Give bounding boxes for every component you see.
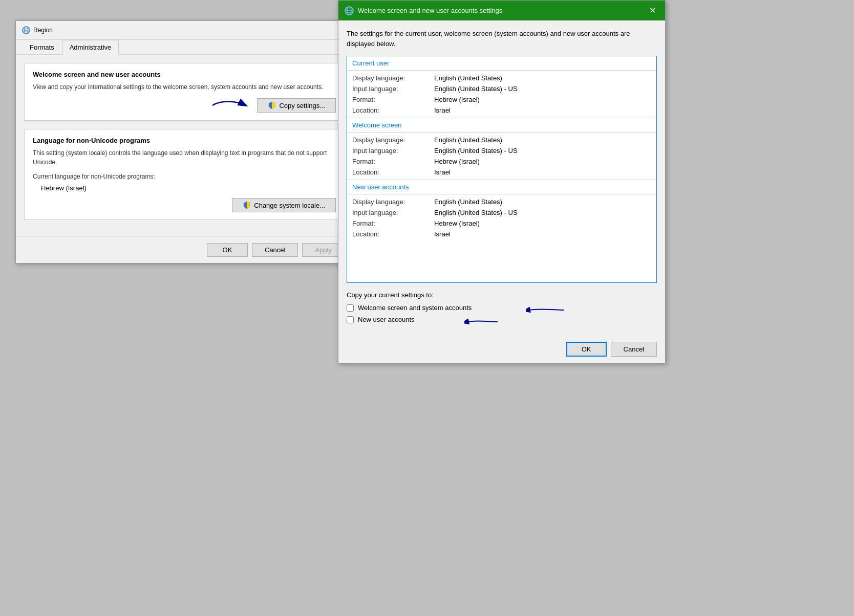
welcome-screen-arrow xyxy=(526,304,567,317)
table-row: Location: Israel xyxy=(347,167,656,178)
current-user-rows: Display language: English (United States… xyxy=(347,71,656,118)
table-row: Display language: English (United States… xyxy=(347,196,656,207)
table-row: Input language: English (United States) … xyxy=(347,83,656,94)
settings-table-box: Current user Display language: English (… xyxy=(347,56,657,283)
welcome-cancel-button[interactable]: Cancel xyxy=(611,342,657,357)
region-content: Welcome screen and new user accounts Vie… xyxy=(16,55,353,236)
welcome-globe-icon xyxy=(345,6,354,15)
arrow-annotation xyxy=(210,98,251,113)
region-dialog: Region ✕ Formats Administrative Welcome … xyxy=(15,20,353,263)
shield-icon-copy xyxy=(268,101,276,109)
copy-section-title: Copy your current settings to: xyxy=(347,291,657,299)
table-row: Location: Israel xyxy=(347,229,656,239)
table-row: Display language: English (United States… xyxy=(347,135,656,145)
new-user-checkbox[interactable] xyxy=(347,316,354,323)
nu-display-lang-label: Display language: xyxy=(352,198,434,206)
new-user-rows: Display language: English (United States… xyxy=(347,194,656,241)
ws-display-lang-value: English (United States) xyxy=(434,136,502,144)
welcome-screen-checkbox-label[interactable]: Welcome screen and system accounts xyxy=(358,304,472,312)
region-ok-button[interactable]: OK xyxy=(207,243,248,257)
nu-format-value: Hebrew (Israel) xyxy=(434,219,480,227)
ws-input-lang-label: Input language: xyxy=(352,147,434,155)
new-user-arrow xyxy=(464,316,500,328)
nu-display-lang-value: English (United States) xyxy=(434,198,502,206)
copy-settings-label: Copy settings... xyxy=(279,102,325,109)
welcome-footer: OK Cancel xyxy=(338,336,665,363)
welcome-titlebar-left: Welcome screen and new user accounts set… xyxy=(345,6,502,15)
unicode-section-desc: This setting (system locale) controls th… xyxy=(33,148,336,167)
ws-display-lang-label: Display language: xyxy=(352,136,434,144)
region-titlebar: Region ✕ xyxy=(16,21,353,40)
welcome-screen-header: Welcome screen xyxy=(347,118,656,133)
table-row: Format: Hebrew (Israel) xyxy=(347,94,656,105)
welcome-content: The settings for the current user, welco… xyxy=(338,20,665,336)
welcome-titlebar: Welcome screen and new user accounts set… xyxy=(338,1,665,20)
nu-input-lang-value: English (United States) - US xyxy=(434,209,518,216)
nu-input-lang-label: Input language: xyxy=(352,209,434,216)
nu-location-label: Location: xyxy=(352,230,434,238)
globe-icon xyxy=(22,26,30,34)
ws-input-lang-value: English (United States) - US xyxy=(434,147,518,155)
tab-administrative[interactable]: Administrative xyxy=(62,40,119,55)
welcome-section-box: Welcome screen and new user accounts Vie… xyxy=(24,63,345,121)
shield-icon-locale xyxy=(243,201,251,209)
table-row: Input language: English (United States) … xyxy=(347,207,656,218)
change-locale-row: Change system locale... xyxy=(33,198,336,212)
welcome-dialog-title: Welcome screen and new user accounts set… xyxy=(358,7,502,14)
ws-location-label: Location: xyxy=(352,168,434,176)
table-row: Location: Israel xyxy=(347,105,656,116)
copy-settings-row: Copy settings... xyxy=(33,98,336,113)
change-system-locale-button[interactable]: Change system locale... xyxy=(232,198,336,212)
table-row: Format: Hebrew (Israel) xyxy=(347,218,656,229)
unicode-section-title: Language for non-Unicode programs xyxy=(33,137,336,144)
cu-input-lang-value: English (United States) - US xyxy=(434,85,518,93)
welcome-intro-text: The settings for the current user, welco… xyxy=(347,29,657,49)
region-titlebar-left: Region xyxy=(22,26,53,34)
change-system-locale-label: Change system locale... xyxy=(254,202,325,209)
welcome-section-desc: View and copy your international setting… xyxy=(33,82,336,92)
region-footer: OK Cancel Apply xyxy=(16,236,353,263)
nu-location-value: Israel xyxy=(434,230,451,238)
region-title: Region xyxy=(33,27,53,34)
unicode-section-box: Language for non-Unicode programs This s… xyxy=(24,129,345,220)
welcome-screen-checkbox[interactable] xyxy=(347,304,354,312)
welcome-screen-rows: Display language: English (United States… xyxy=(347,133,656,180)
cu-format-value: Hebrew (Israel) xyxy=(434,96,480,103)
new-user-header: New user accounts xyxy=(347,180,656,194)
welcome-section-title: Welcome screen and new user accounts xyxy=(33,71,336,78)
cu-location-label: Location: xyxy=(352,106,434,114)
table-row: Format: Hebrew (Israel) xyxy=(347,156,656,167)
current-locale-value: Hebrew (Israel) xyxy=(41,184,336,192)
welcome-close-button[interactable]: ✕ xyxy=(646,5,659,16)
tab-formats[interactable]: Formats xyxy=(22,40,62,55)
new-user-checkbox-label[interactable]: New user accounts xyxy=(358,316,415,323)
welcome-dialog: Welcome screen and new user accounts set… xyxy=(338,0,666,363)
current-user-header: Current user xyxy=(347,56,656,71)
cu-display-lang-value: English (United States) xyxy=(434,74,502,82)
ws-format-label: Format: xyxy=(352,158,434,165)
ws-location-value: Israel xyxy=(434,168,451,176)
cu-location-value: Israel xyxy=(434,106,451,114)
ws-format-value: Hebrew (Israel) xyxy=(434,158,480,165)
table-row: Input language: English (United States) … xyxy=(347,145,656,156)
region-cancel-button[interactable]: Cancel xyxy=(252,243,298,257)
region-tab-bar: Formats Administrative xyxy=(16,40,353,55)
new-user-checkbox-row: New user accounts xyxy=(347,316,657,323)
copy-settings-button[interactable]: Copy settings... xyxy=(257,98,336,113)
nu-format-label: Format: xyxy=(352,219,434,227)
table-row: Display language: English (United States… xyxy=(347,73,656,83)
welcome-ok-button[interactable]: OK xyxy=(566,342,607,357)
welcome-screen-checkbox-row: Welcome screen and system accounts xyxy=(347,304,657,312)
current-locale-label: Current language for non-Unicode program… xyxy=(33,173,336,180)
cu-display-lang-label: Display language: xyxy=(352,74,434,82)
cu-format-label: Format: xyxy=(352,96,434,103)
cu-input-lang-label: Input language: xyxy=(352,85,434,93)
